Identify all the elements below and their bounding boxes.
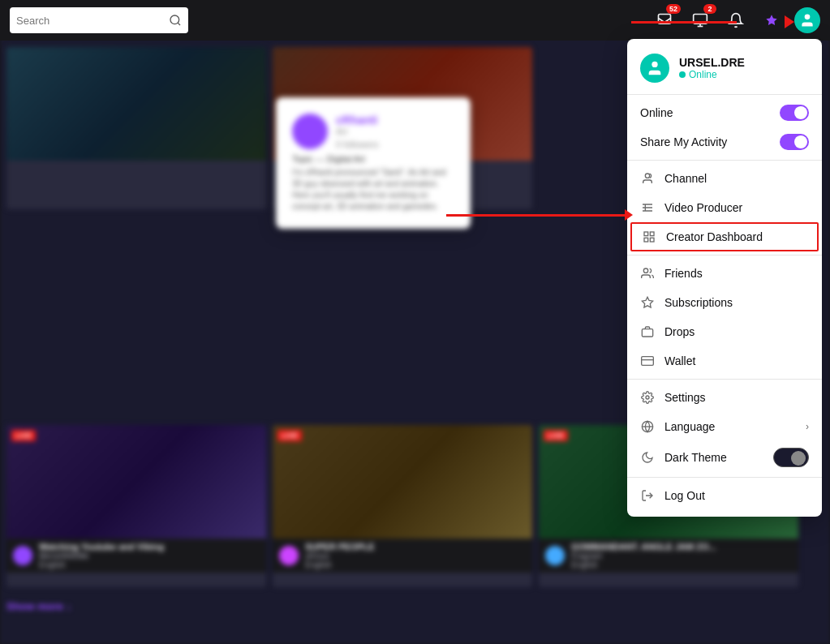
video-producer-label: Video Producer xyxy=(664,201,809,214)
menu-username: URSEL.DRE xyxy=(679,56,745,69)
card-lang-2: English xyxy=(305,560,375,569)
search-input[interactable] xyxy=(16,15,164,27)
svg-point-9 xyxy=(645,174,649,178)
topbar-icons: 52 2 xyxy=(652,7,820,33)
menu-item-video-producer[interactable]: Video Producer xyxy=(627,193,822,222)
creator-dashboard-label: Creator Dashboard xyxy=(666,230,807,243)
video-card-1[interactable] xyxy=(6,47,266,209)
card-title-3: GOMMANDANT. ANGLE JAM ZO... xyxy=(571,542,716,552)
language-chevron: › xyxy=(806,421,809,432)
menu-status-label: Online xyxy=(689,69,717,80)
svg-marker-6 xyxy=(766,15,776,25)
dark-theme-toggle-knob xyxy=(791,451,806,466)
mini-avatar-1 xyxy=(13,546,32,565)
card-info-row-1: Watching Youtube and Vibing MemeWithMe E… xyxy=(6,539,266,573)
mini-avatar-2 xyxy=(279,546,299,565)
popup-bio: I'm cRhanti pronounced "Santi". An Art a… xyxy=(292,167,454,213)
divider-5 xyxy=(627,477,822,478)
svg-rect-14 xyxy=(644,232,648,236)
menu-red-arrow xyxy=(446,209,633,221)
clips-badge: 2 xyxy=(703,4,716,14)
card-lang-1: English xyxy=(39,560,164,569)
profile-avatar-button[interactable] xyxy=(794,7,820,33)
settings-label: Settings xyxy=(664,391,809,404)
creator-dashboard-icon xyxy=(642,230,656,244)
menu-item-friends[interactable]: Friends xyxy=(627,259,822,288)
card-title-1: Watching Youtube and Vibing xyxy=(39,542,164,552)
topbar-red-arrow-head xyxy=(785,15,794,28)
divider-4 xyxy=(627,379,822,380)
menu-item-wallet[interactable]: Wallet xyxy=(627,346,822,376)
share-activity-label: Share My Activity xyxy=(640,135,727,148)
live-badge-3: LIVE xyxy=(544,430,568,441)
get-bits-button[interactable] xyxy=(759,7,785,33)
svg-rect-17 xyxy=(650,238,654,242)
video-thumbnail xyxy=(6,47,266,161)
bell-icon xyxy=(728,12,744,28)
drops-label: Drops xyxy=(664,325,809,338)
messages-button[interactable]: 52 xyxy=(652,7,677,33)
dropdown-menu: URSEL.DRE Online Online Share My Activit… xyxy=(627,39,822,517)
card-streamer-2: xKinox xyxy=(305,552,375,560)
divider-3 xyxy=(627,255,822,255)
bottom-card-2[interactable]: LIVE SUPER PEOPLE xKinox English xyxy=(273,425,532,587)
drops-icon xyxy=(640,324,655,339)
search-container[interactable] xyxy=(10,7,188,33)
menu-item-settings[interactable]: Settings xyxy=(627,383,822,412)
messages-badge: 52 xyxy=(666,4,681,14)
popup-avatar xyxy=(292,114,328,149)
share-activity-toggle[interactable] xyxy=(780,134,809,150)
svg-rect-15 xyxy=(650,232,654,236)
dark-theme-label: Dark Theme xyxy=(664,451,727,464)
card-lang-3: English xyxy=(571,560,716,569)
svg-marker-19 xyxy=(642,297,652,307)
messages-icon xyxy=(656,12,673,28)
video-producer-icon xyxy=(640,200,655,215)
card-streamer-1: MemeWithMe xyxy=(39,552,164,560)
svg-point-18 xyxy=(643,268,647,273)
mini-avatar-3 xyxy=(545,546,565,565)
bottom-card-1[interactable]: LIVE Watching Youtube and Vibing MemeWit… xyxy=(6,425,266,587)
menu-item-drops[interactable]: Drops xyxy=(627,317,822,346)
live-badge-1: LIVE xyxy=(11,430,36,441)
menu-arrow-line xyxy=(446,214,625,217)
show-more-button[interactable]: Show more ↓ xyxy=(0,594,830,619)
search-icon xyxy=(169,14,182,27)
friends-icon xyxy=(640,266,655,281)
popup-desc: Topic — Digital Art xyxy=(292,154,454,164)
svg-point-0 xyxy=(170,15,179,24)
dark-theme-icon xyxy=(640,450,655,465)
svg-rect-16 xyxy=(644,238,648,242)
online-label: Online xyxy=(640,106,673,119)
menu-status: Online xyxy=(679,69,745,80)
thumb-3 xyxy=(6,425,266,539)
menu-item-subscriptions[interactable]: Subscriptions xyxy=(627,288,822,317)
clips-icon xyxy=(692,12,708,28)
menu-avatar xyxy=(640,54,669,83)
online-toggle-knob xyxy=(794,106,807,119)
dark-theme-toggle[interactable] xyxy=(773,448,809,467)
divider-1 xyxy=(627,94,822,95)
notifications-button[interactable] xyxy=(723,7,749,33)
dark-theme-toggle-row[interactable]: Dark Theme xyxy=(627,441,822,474)
divider-2 xyxy=(627,160,822,161)
menu-arrow-head xyxy=(625,209,633,221)
menu-item-creator-dashboard[interactable]: Creator Dashboard xyxy=(630,222,819,251)
menu-item-channel[interactable]: Channel xyxy=(627,164,822,193)
clips-button[interactable]: 2 xyxy=(687,7,713,33)
subscriptions-label: Subscriptions xyxy=(664,296,809,309)
online-toggle-row[interactable]: Online xyxy=(627,98,822,127)
menu-item-language[interactable]: Language › xyxy=(627,412,822,441)
menu-item-logout[interactable]: Log Out xyxy=(627,481,822,510)
bits-icon xyxy=(765,14,778,27)
subscriptions-icon xyxy=(640,295,655,310)
share-activity-toggle-row[interactable]: Share My Activity xyxy=(627,127,822,157)
language-label: Language xyxy=(664,420,796,433)
status-indicator xyxy=(679,71,686,78)
svg-point-23 xyxy=(646,396,649,399)
language-icon xyxy=(640,419,655,434)
channel-label: Channel xyxy=(664,172,809,185)
svg-point-7 xyxy=(805,15,811,20)
user-popup: cRhanti Art 0 followers Topic — Digital … xyxy=(276,97,471,229)
online-toggle[interactable] xyxy=(780,105,809,121)
